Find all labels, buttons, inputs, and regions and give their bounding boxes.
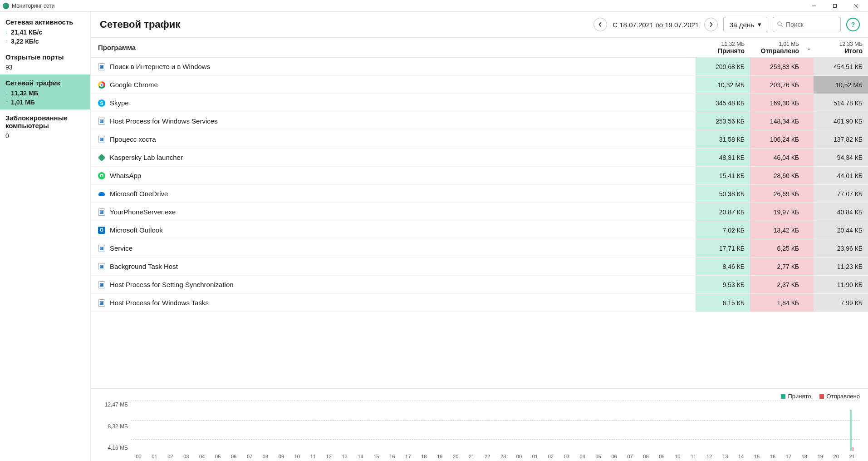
col-total[interactable]: 12,33 МБ Итого [814, 38, 868, 57]
row-sent: 148,34 КБ [750, 112, 804, 130]
table-row[interactable]: Service17,71 КБ6,25 КБ23,96 КБ [91, 239, 868, 258]
x-axis: 0001020304050607080910111213141516171819… [131, 454, 860, 459]
legend-sent: Отправлено [819, 393, 860, 400]
titlebar: Мониторинг сети [0, 0, 868, 12]
next-range-button[interactable] [704, 18, 718, 31]
table-row[interactable]: Microsoft Outlook7,02 КБ13,42 КБ20,44 КБ [91, 221, 868, 239]
row-name: Microsoft Outlook [110, 226, 163, 234]
row-name: Host Process for Windows Tasks [110, 299, 209, 307]
app-row-icon [98, 263, 105, 270]
close-button[interactable] [845, 0, 866, 12]
app-row-icon [98, 136, 105, 143]
table-row[interactable]: YourPhoneServer.exe20,87 КБ19,97 КБ40,84… [91, 203, 868, 221]
table-row[interactable]: Skype345,48 КБ169,30 КБ514,78 КБ [91, 94, 868, 112]
prev-range-button[interactable] [593, 18, 607, 31]
row-total: 10,52 МБ [814, 76, 868, 94]
help-button[interactable]: ? [846, 18, 860, 31]
svg-point-4 [778, 22, 781, 25]
app-row-icon [98, 99, 105, 107]
row-name: Service [110, 244, 132, 252]
row-sent: 28,60 КБ [750, 167, 804, 184]
sidebar-item-traffic[interactable]: Сетевой трафик ↓11,32 МБ ↑1,01 МБ [0, 74, 90, 109]
row-total: 23,96 КБ [814, 239, 868, 257]
app-row-icon [98, 227, 105, 234]
row-sent: 169,30 КБ [750, 94, 804, 112]
row-received: 20,87 КБ [696, 203, 750, 221]
y-axis: 12,47 МБ 8,32 МБ 4,16 МБ [99, 401, 131, 459]
maximize-button[interactable] [824, 0, 845, 12]
table-row[interactable]: Поиск в Интернете и в Windows200,68 КБ25… [91, 58, 868, 76]
row-name: YourPhoneServer.exe [110, 208, 176, 216]
row-received: 17,71 КБ [696, 239, 750, 257]
search-field[interactable] [773, 17, 841, 32]
row-received: 345,48 КБ [696, 94, 750, 112]
row-received: 31,58 КБ [696, 130, 750, 148]
row-total: 137,82 КБ [814, 130, 868, 148]
app-row-icon [98, 299, 105, 307]
table-row[interactable]: Kaspersky Lab launcher48,31 КБ46,04 КБ94… [91, 149, 868, 167]
row-received: 8,46 КБ [696, 258, 750, 275]
table-header: Программа 11,32 МБ Принято 1,01 МБ Отпра… [91, 38, 868, 58]
table-row[interactable]: Host Process for Windows Tasks6,15 КБ1,8… [91, 294, 868, 312]
table-row[interactable]: Host Process for Windows Services253,56 … [91, 112, 868, 130]
row-total: 454,51 КБ [814, 58, 868, 75]
row-name: Google Chrome [110, 81, 158, 89]
app-row-icon [98, 208, 105, 216]
row-sent: 106,24 КБ [750, 130, 804, 148]
traffic-table: Программа 11,32 МБ Принято 1,01 МБ Отпра… [91, 37, 868, 388]
col-program[interactable]: Программа [91, 38, 696, 57]
legend-received: Принято [781, 393, 811, 400]
row-name: Поиск в Интернете и в Windows [110, 63, 210, 70]
sort-indicator[interactable]: ⌄ [804, 38, 814, 57]
sidebar-ports-title: Открытые порты [5, 53, 85, 61]
window-title: Мониторинг сети [12, 3, 54, 9]
traffic-upload: 1,01 МБ [11, 99, 35, 106]
app-row-icon [98, 63, 105, 70]
sidebar-item-ports[interactable]: Открытые порты 93 [0, 49, 90, 74]
upload-arrow-icon: ↑ [5, 38, 8, 45]
app-icon [3, 3, 9, 9]
download-arrow-icon: ↓ [5, 90, 8, 96]
svg-rect-1 [834, 4, 837, 7]
app-row-icon [98, 118, 105, 125]
row-sent: 26,69 КБ [750, 185, 804, 203]
row-total: 77,07 КБ [814, 185, 868, 203]
col-received[interactable]: 11,32 МБ Принято [696, 38, 750, 57]
table-row[interactable]: Host Process for Setting Synchronization… [91, 276, 868, 294]
ports-count: 93 [5, 64, 85, 71]
row-sent: 203,76 КБ [750, 76, 804, 94]
row-sent: 253,83 КБ [750, 58, 804, 75]
table-row[interactable]: Процесс хоста31,58 КБ106,24 КБ137,82 КБ [91, 130, 868, 149]
sidebar-item-activity[interactable]: Сетевая активность ↓21,41 КБ/с ↑3,22 КБ/… [0, 14, 90, 49]
search-input[interactable] [786, 21, 837, 28]
table-body: Поиск в Интернете и в Windows200,68 КБ25… [91, 58, 868, 312]
col-sent[interactable]: 1,01 МБ Отправлено [750, 38, 804, 57]
row-total: 11,90 КБ [814, 276, 868, 293]
table-row[interactable]: WhatsApp15,41 КБ28,60 КБ44,01 КБ [91, 167, 868, 185]
row-sent: 6,25 КБ [750, 239, 804, 257]
row-name: Host Process for Windows Services [110, 117, 218, 125]
content: Сетевой трафик С 18.07.2021 по 19.07.202… [91, 12, 868, 461]
row-sent: 2,77 КБ [750, 258, 804, 275]
row-sent: 2,37 КБ [750, 276, 804, 293]
chart-legend: Принято Отправлено [99, 392, 860, 401]
sidebar-blocked-title: Заблокированные компьютеры [5, 114, 85, 129]
row-name: Kaspersky Lab launcher [110, 154, 183, 161]
row-total: 11,23 КБ [814, 258, 868, 275]
table-row[interactable]: Background Task Host8,46 КБ2,77 КБ11,23 … [91, 258, 868, 276]
row-received: 15,41 КБ [696, 167, 750, 184]
date-range: С 18.07.2021 по 19.07.2021 [613, 21, 699, 29]
search-icon [777, 21, 783, 29]
minimize-button[interactable] [804, 0, 824, 12]
app-row-icon [98, 190, 105, 198]
page-title: Сетевой трафик [100, 19, 180, 30]
app-row-icon [98, 81, 105, 89]
row-received: 50,38 КБ [696, 185, 750, 203]
sidebar-item-blocked[interactable]: Заблокированные компьютеры 0 [0, 109, 90, 143]
download-arrow-icon: ↓ [5, 29, 8, 35]
row-sent: 46,04 КБ [750, 149, 804, 166]
activity-download: 21,41 КБ/с [11, 29, 42, 36]
table-row[interactable]: Microsoft OneDrive50,38 КБ26,69 КБ77,07 … [91, 185, 868, 203]
period-dropdown[interactable]: За день ▾ [723, 17, 767, 32]
table-row[interactable]: Google Chrome10,32 МБ203,76 КБ10,52 МБ [91, 76, 868, 94]
